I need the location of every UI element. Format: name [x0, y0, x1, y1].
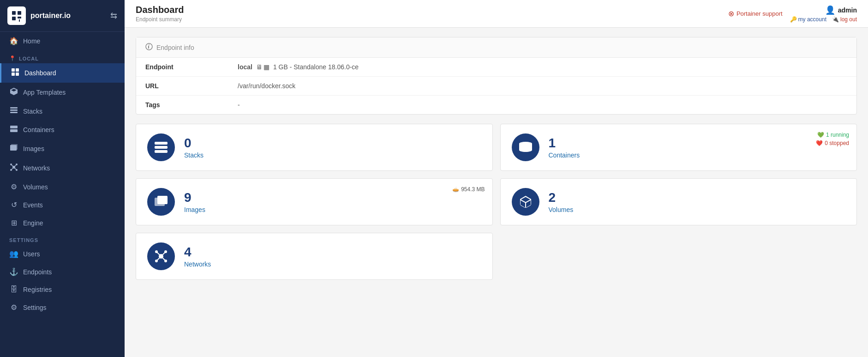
- svg-rect-27: [155, 142, 168, 145]
- volumes-icon: ⚙: [9, 182, 18, 191]
- containers-stat-icon: [512, 133, 539, 161]
- svg-rect-32: [157, 196, 168, 204]
- my-account-link[interactable]: 🔑 my account: [790, 16, 826, 23]
- main-content: Dashboard Endpoint summary ⊗ Portainer s…: [125, 0, 868, 357]
- svg-line-40: [156, 256, 161, 261]
- admin-links: 🔑 my account 🔌 log out: [790, 16, 857, 23]
- sidebar-toggle[interactable]: ⇆: [110, 11, 117, 21]
- svg-rect-9: [10, 107, 18, 109]
- ram-icon: ▦: [263, 63, 269, 71]
- url-row: URL /var/run/docker.sock: [136, 77, 856, 96]
- home-icon: 🏠: [9, 36, 18, 45]
- containers-stat-info: 1 Containers: [549, 136, 580, 159]
- pin-icon: 📍: [9, 55, 16, 61]
- images-stat-icon: [147, 188, 175, 216]
- svg-rect-7: [12, 73, 15, 76]
- svg-rect-11: [10, 112, 18, 113]
- sidebar-logo: portainer.io ⇆: [0, 0, 125, 32]
- sidebar-item-app-templates[interactable]: App Templates: [0, 83, 125, 102]
- settings-icon: ⚙: [9, 303, 18, 312]
- page-subtitle: Endpoint summary: [136, 16, 184, 23]
- sidebar-item-networks[interactable]: Networks: [0, 158, 125, 178]
- images-stat-info: 9 Images: [184, 190, 205, 213]
- svg-line-41: [161, 256, 166, 261]
- volumes-stat-icon: [512, 188, 539, 216]
- svg-rect-8: [16, 73, 19, 76]
- content-area: Endpoint info Endpoint local 🖥 ▦: [125, 28, 868, 357]
- sidebar-item-registries[interactable]: 🗄 Registries: [0, 281, 125, 298]
- stat-card-stacks[interactable]: 0 Stacks: [136, 124, 493, 171]
- svg-rect-5: [12, 68, 15, 72]
- topbar-right: ⊗ Portainer support 👤 admin 🔑 my account…: [728, 5, 857, 23]
- stacks-stat-info: 0 Stacks: [184, 136, 204, 159]
- networks-icon: [9, 163, 18, 173]
- pie-icon: 🥧: [452, 186, 459, 193]
- svg-line-23: [11, 167, 14, 170]
- sidebar-item-home[interactable]: 🏠 Home: [0, 32, 125, 50]
- account-icon: 🔑: [790, 16, 797, 23]
- svg-rect-0: [12, 11, 16, 15]
- stacks-stat-icon: [147, 133, 175, 161]
- stat-card-images[interactable]: 9 Images 🥧 954.3 MB: [136, 178, 493, 225]
- stat-card-containers[interactable]: 1 Containers 💚 1 running ❤️ 0 stopped: [500, 124, 857, 171]
- containers-label: Containers: [549, 151, 580, 159]
- images-label: Images: [184, 206, 205, 213]
- log-out-link[interactable]: 🔌 log out: [832, 16, 857, 23]
- sidebar-item-engine[interactable]: ⊞ Engine: [0, 214, 125, 232]
- volumes-number: 2: [549, 190, 574, 205]
- sidebar-item-users[interactable]: 👥 Users: [0, 245, 125, 263]
- panel-body: Endpoint local 🖥 ▦ 1 GB - Standalone 18.…: [136, 58, 856, 114]
- sidebar: portainer.io ⇆ 🏠 Home 📍 LOCAL Dashboard …: [0, 0, 125, 357]
- sidebar-item-stacks[interactable]: Stacks: [0, 102, 125, 121]
- admin-avatar: 👤: [825, 5, 835, 15]
- containers-icon: [9, 125, 18, 134]
- portainer-support-link[interactable]: ⊗ Portainer support: [728, 9, 783, 18]
- networks-label: Networks: [184, 260, 211, 268]
- sidebar-item-events[interactable]: ↺ Events: [0, 196, 125, 214]
- containers-number: 1: [549, 136, 580, 151]
- svg-point-26: [149, 44, 150, 45]
- page-title: Dashboard: [136, 5, 184, 15]
- svg-line-39: [161, 252, 166, 256]
- svg-rect-3: [18, 17, 21, 18]
- volumes-label: Volumes: [549, 206, 574, 213]
- registries-icon: 🗄: [9, 285, 18, 294]
- stat-card-volumes[interactable]: 2 Volumes: [500, 178, 857, 225]
- svg-line-38: [156, 252, 161, 256]
- page-title-block: Dashboard Endpoint summary: [136, 5, 184, 23]
- tags-row: Tags -: [136, 96, 856, 115]
- volumes-stat-info: 2 Volumes: [549, 190, 574, 213]
- stat-card-networks[interactable]: 4 Networks: [136, 233, 493, 280]
- sidebar-item-settings[interactable]: ⚙ Settings: [0, 298, 125, 316]
- svg-rect-15: [11, 144, 18, 150]
- topbar: Dashboard Endpoint summary ⊗ Portainer s…: [125, 0, 868, 28]
- dashboard-icon: [11, 68, 20, 78]
- endpoint-row: Endpoint local 🖥 ▦ 1 GB - Standalone 18.…: [136, 58, 856, 77]
- svg-rect-2: [12, 17, 16, 20]
- logo-icon: [7, 6, 26, 25]
- running-badge: 💚 1 running: [817, 132, 849, 138]
- sidebar-item-containers[interactable]: Containers: [0, 121, 125, 139]
- svg-rect-10: [10, 109, 18, 111]
- sidebar-item-volumes[interactable]: ⚙ Volumes: [0, 178, 125, 196]
- stats-grid: 0 Stacks 1 Containers: [136, 124, 857, 280]
- sidebar-item-dashboard[interactable]: Dashboard: [0, 63, 125, 83]
- admin-section: 👤 admin 🔑 my account 🔌 log out: [790, 5, 857, 23]
- sidebar-item-images[interactable]: Images: [0, 139, 125, 158]
- svg-rect-29: [155, 150, 168, 153]
- endpoint-icons: 🖥 ▦: [256, 63, 269, 71]
- endpoints-icon: ⚓: [9, 267, 18, 276]
- svg-rect-6: [16, 68, 19, 72]
- engine-icon: ⊞: [9, 218, 18, 227]
- heart-green-icon: 💚: [817, 132, 824, 138]
- svg-rect-1: [18, 11, 21, 15]
- settings-section-label: SETTINGS: [0, 232, 125, 245]
- stacks-number: 0: [184, 136, 204, 151]
- panel-header: Endpoint info: [136, 37, 856, 58]
- sidebar-item-endpoints[interactable]: ⚓ Endpoints: [0, 263, 125, 281]
- networks-stat-icon: [147, 242, 175, 270]
- svg-line-22: [14, 164, 17, 167]
- stacks-icon: [9, 107, 18, 116]
- networks-number: 4: [184, 245, 211, 260]
- heart-red-icon: ❤️: [816, 140, 823, 146]
